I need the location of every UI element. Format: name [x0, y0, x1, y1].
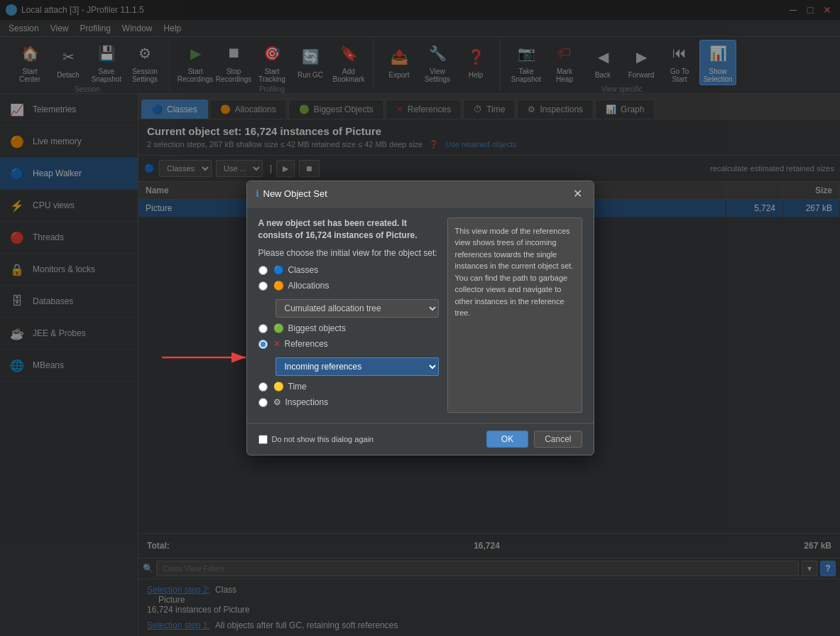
radio-references[interactable]	[258, 340, 268, 349]
modal-title: ℹ New Object Set	[256, 188, 327, 199]
modal-buttons: OK Cancel	[486, 431, 582, 448]
radio-option-biggest-objects: 🟢 Biggest objects	[258, 323, 439, 333]
do-not-show-row: Do not show this dialog again	[258, 435, 374, 444]
modal-overlay: ℹ New Object Set ✕ A new object set has …	[0, 0, 840, 636]
allocations-suboption-dropdown[interactable]: Cumulated allocation tree	[276, 299, 439, 318]
radio-biggest-objects[interactable]	[258, 324, 268, 333]
radio-classes[interactable]	[258, 266, 268, 275]
modal-question-text: Please choose the initial view for the o…	[258, 248, 439, 258]
radio-option-inspections: ⚙ Inspections	[258, 397, 439, 407]
modal-title-text: New Object Set	[263, 188, 327, 199]
references-suboption-dropdown[interactable]: Incoming references Outgoing references	[276, 357, 439, 376]
radio-references-label[interactable]: ✕ References	[273, 339, 328, 349]
ok-button[interactable]: OK	[486, 431, 528, 448]
references-option-icon: ✕	[273, 339, 280, 349]
radio-option-allocations: 🟠 Allocations	[258, 281, 439, 291]
modal-title-icon: ℹ	[256, 188, 259, 199]
modal-close-button[interactable]: ✕	[571, 187, 585, 201]
allocations-option-icon: 🟠	[273, 281, 284, 291]
modal-left-panel: A new object set has been created. It co…	[258, 217, 439, 414]
modal-body: A new object set has been created. It co…	[247, 207, 594, 424]
modal-intro-text: A new object set has been created. It co…	[258, 217, 439, 242]
tooltip-text: This view mode of the references view sh…	[455, 227, 574, 318]
inspections-option-icon: ⚙	[273, 397, 281, 407]
cancel-button[interactable]: Cancel	[534, 431, 582, 448]
radio-classes-label[interactable]: 🔵 Classes	[273, 265, 319, 275]
radio-inspections[interactable]	[258, 398, 268, 407]
radio-option-references: ✕ References	[258, 339, 439, 349]
radio-biggest-objects-label[interactable]: 🟢 Biggest objects	[273, 323, 346, 333]
do-not-show-label: Do not show this dialog again	[272, 435, 374, 443]
red-arrow-annotation	[155, 347, 254, 368]
radio-time[interactable]	[258, 382, 268, 392]
do-not-show-checkbox[interactable]	[258, 435, 268, 444]
radio-inspections-label[interactable]: ⚙ Inspections	[273, 397, 329, 407]
time-option-icon: 🟡	[273, 382, 284, 392]
radio-allocations[interactable]	[258, 281, 268, 291]
new-object-set-dialog: ℹ New Object Set ✕ A new object set has …	[246, 180, 594, 456]
modal-tooltip-panel: This view mode of the references view sh…	[447, 217, 582, 414]
radio-allocations-label[interactable]: 🟠 Allocations	[273, 281, 329, 291]
modal-footer: Do not show this dialog again OK Cancel	[247, 423, 594, 455]
radio-option-classes: 🔵 Classes	[258, 265, 439, 275]
radio-option-time: 🟡 Time	[258, 382, 439, 392]
radio-time-label[interactable]: 🟡 Time	[273, 382, 307, 392]
modal-titlebar: ℹ New Object Set ✕	[247, 181, 594, 207]
classes-option-icon: 🔵	[273, 265, 284, 275]
biggest-objects-option-icon: 🟢	[273, 323, 284, 333]
